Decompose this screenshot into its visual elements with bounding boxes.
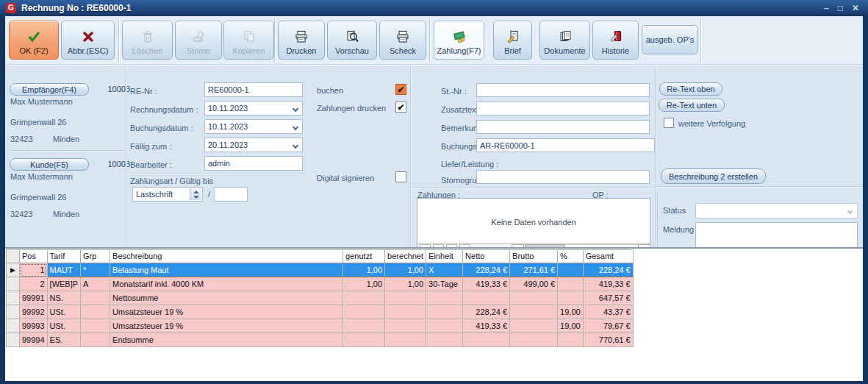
cell-netto[interactable]: 228,24 € [463, 263, 510, 277]
cell-berechnet[interactable] [385, 319, 426, 333]
column-header-beschreibung[interactable]: Beschreibung [110, 250, 343, 263]
cell-grp[interactable]: * [81, 263, 110, 277]
cell-tarif[interactable]: MAUT [47, 263, 81, 277]
cell-gesamt[interactable]: 228,24 € [583, 263, 633, 277]
cell-grp[interactable] [81, 305, 110, 319]
open-items-button[interactable]: ausgeb. OP's [642, 25, 698, 54]
cell-einheit[interactable] [426, 333, 463, 347]
cell-pos[interactable]: 2 [20, 277, 48, 291]
row-selector[interactable] [7, 305, 20, 319]
cancel-button[interactable]: Abbr.(ESC) [61, 21, 115, 60]
cell-gesamt[interactable]: 43,37 € [583, 305, 633, 319]
cell-berechnet[interactable]: 1,00 [385, 277, 426, 291]
cell-beschreibung[interactable]: Nettosumme [110, 291, 343, 305]
row-selector[interactable] [7, 333, 20, 347]
additional-text-input[interactable] [476, 102, 650, 115]
cell-brutto[interactable]: 271,61 € [510, 263, 558, 277]
cell-grp[interactable] [81, 319, 110, 333]
cell-gesamt[interactable]: 79,67 € [583, 319, 633, 333]
column-header-brutto[interactable]: Brutto [510, 250, 558, 263]
cell-einheit[interactable] [426, 291, 463, 305]
cell-beschreibung[interactable]: Umsatzsteuer 19 % [110, 319, 343, 333]
create-description2-button[interactable]: Beschreibung 2 erstellen [661, 168, 766, 184]
table-row[interactable]: ▶1MAUT*Belastung Maut1,001,00X228,24 €27… [7, 263, 634, 277]
cell-berechnet[interactable] [385, 305, 426, 319]
cell-pos[interactable]: 99992 [20, 305, 48, 319]
cell-einheit[interactable]: X [426, 263, 463, 277]
cell-genutzt[interactable] [343, 319, 385, 333]
status-select[interactable] [695, 203, 858, 218]
column-header-gesamt[interactable]: Gesamt [583, 250, 633, 263]
row-selector[interactable] [7, 277, 20, 291]
cell-einheit[interactable] [426, 305, 463, 319]
cell-brutto[interactable] [510, 319, 558, 333]
cell-tarif[interactable]: NS. [47, 291, 81, 305]
print-button[interactable]: Drucken [278, 21, 325, 60]
positions-table[interactable]: PosTarifGrpBeschreibunggenutztberechnetE… [6, 249, 634, 347]
re-text-bottom-button[interactable]: Re-Text unten [659, 99, 725, 112]
preview-button[interactable]: Vorschau [327, 21, 377, 60]
row-selector[interactable] [7, 319, 20, 333]
close-button[interactable]: ✕ [852, 4, 859, 13]
print-payments-checkbox[interactable]: ✔ [395, 102, 406, 113]
cell-beschreibung[interactable]: Umsatzsteuer 19 % [110, 305, 343, 319]
cheque-button[interactable]: Scheck [379, 21, 426, 60]
cell-netto[interactable]: 419,33 € [463, 319, 510, 333]
letter-button[interactable]: Brief [493, 21, 532, 60]
cell-gesamt[interactable]: 419,33 € [583, 277, 633, 291]
cell-genutzt[interactable] [343, 291, 385, 305]
recipient-button[interactable]: Empfänger(F4) [10, 83, 89, 96]
documents-button[interactable]: Dokumente [539, 21, 590, 60]
cell-pos[interactable]: 99994 [20, 333, 48, 347]
cell-pos[interactable]: 1 [20, 263, 48, 277]
cell-netto[interactable]: 228,24 € [463, 305, 510, 319]
cell-pos[interactable]: 99991 [20, 291, 48, 305]
cell-gesamt[interactable]: 770,61 € [583, 333, 633, 347]
column-header-einheit[interactable]: Einheit [426, 250, 463, 263]
due-date-select[interactable]: 20.11.2023 [204, 138, 303, 152]
table-row[interactable]: 99992USt.Umsatzsteuer 19 %228,24 €19,004… [7, 305, 634, 319]
row-selector[interactable] [7, 291, 20, 305]
table-row[interactable]: 2[WEB]PAMonatstarif inkl. 4000 KM1,001,0… [7, 277, 634, 291]
column-header-grp[interactable]: Grp [81, 250, 110, 263]
cell-tarif[interactable]: [WEB]P [47, 277, 81, 291]
further-tracking-checkbox[interactable] [664, 118, 674, 128]
cell-brutto[interactable] [510, 305, 558, 319]
cell-genutzt[interactable]: 1,00 [343, 263, 385, 277]
cancel-reason-input[interactable] [476, 170, 650, 184]
minimize-button[interactable]: – [824, 4, 829, 13]
cell-netto[interactable] [463, 333, 510, 347]
column-header-genutzt[interactable]: genutzt [343, 250, 385, 263]
valid-until-input[interactable] [214, 187, 248, 202]
cell-percent[interactable]: 19,00 [558, 319, 584, 333]
table-row[interactable]: 99993USt.Umsatzsteuer 19 %419,33 €19,007… [7, 319, 634, 333]
cell-tarif[interactable]: USt. [47, 319, 81, 333]
ok-button[interactable]: OK (F2) [9, 21, 59, 60]
payment-button[interactable]: Zahlung(F7) [434, 21, 484, 60]
column-header-tarif[interactable]: Tarif [47, 250, 81, 263]
cell-percent[interactable]: 19,00 [558, 305, 584, 319]
row-selector-header[interactable] [7, 250, 20, 263]
cell-brutto[interactable] [510, 333, 558, 347]
cell-grp[interactable] [81, 333, 110, 347]
cell-grp[interactable] [81, 291, 110, 305]
booking-date-select[interactable]: 10.11.2023 [204, 119, 303, 134]
cell-genutzt[interactable] [343, 305, 385, 319]
cell-tarif[interactable]: ES. [47, 333, 81, 347]
cell-berechnet[interactable]: 1,00 [385, 263, 426, 277]
history-button[interactable]: Historie [592, 21, 639, 60]
re-nr-input[interactable] [204, 82, 303, 97]
editor-input[interactable] [204, 156, 303, 171]
row-selector[interactable]: ▶ [7, 263, 20, 277]
column-header-berechnet[interactable]: berechnet [385, 250, 426, 263]
cell-percent[interactable] [558, 291, 584, 305]
cell-percent[interactable] [558, 333, 584, 347]
cell-beschreibung[interactable]: Belastung Maut [110, 263, 343, 277]
cell-berechnet[interactable] [385, 333, 426, 347]
cell-genutzt[interactable] [343, 333, 385, 347]
cell-brutto[interactable]: 499,00 € [510, 277, 558, 291]
column-header-netto[interactable]: Netto [463, 250, 510, 263]
book-checkbox[interactable]: ✔ [395, 84, 406, 95]
digital-sign-checkbox[interactable] [395, 171, 406, 182]
cell-percent[interactable] [558, 263, 584, 277]
